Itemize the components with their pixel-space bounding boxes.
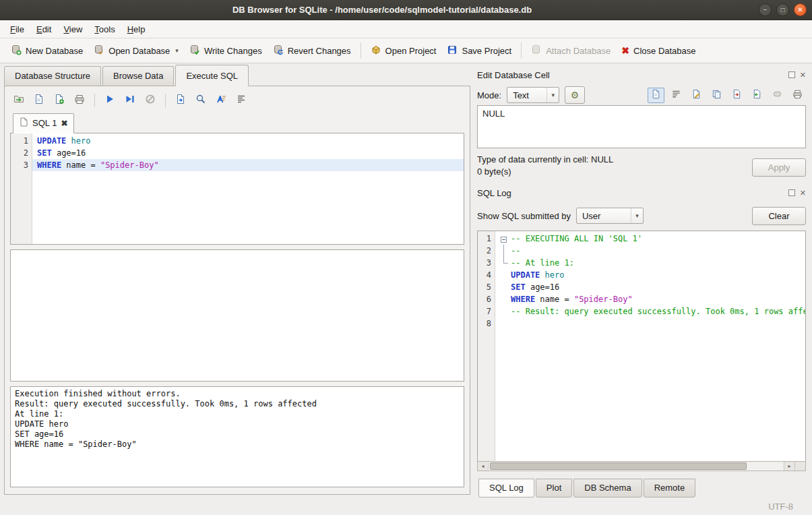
main-toolbar: New Database Open Database ▾ Write Chang… <box>0 38 812 63</box>
tab-database-structure[interactable]: Database Structure <box>4 66 101 86</box>
cell-settings-button[interactable]: ⚙ <box>565 86 585 104</box>
edit-cell-header: Edit Database Cell ✕ <box>477 68 806 82</box>
menu-tools[interactable]: Tools <box>88 22 121 37</box>
cell-editor[interactable]: NULL <box>477 105 806 148</box>
results-grid[interactable] <box>10 249 464 382</box>
text-mode-button[interactable] <box>648 88 664 103</box>
print-cell-button[interactable] <box>789 88 806 103</box>
close-button[interactable]: ✕ <box>794 3 807 16</box>
clear-log-button[interactable]: Clear <box>752 207 806 225</box>
export-icon <box>732 89 742 102</box>
export-sql-button[interactable] <box>172 92 189 109</box>
print-icon <box>792 89 803 102</box>
log-horizontal-scrollbar[interactable]: ◂ ▸ <box>477 461 806 471</box>
sql-editor-tab-label: SQL 1 <box>32 118 57 128</box>
export-cell-button[interactable] <box>728 88 745 103</box>
tab-plot[interactable]: Plot <box>536 479 572 497</box>
open-database-icon <box>94 44 104 57</box>
close-dock-icon[interactable]: ✕ <box>800 189 806 197</box>
mode-select-value: Text <box>507 90 546 100</box>
code-line: -- Result: query executed successfully. … <box>495 305 805 317</box>
dock-controls: ✕ <box>788 71 806 79</box>
find-button[interactable] <box>192 92 210 109</box>
line-number: 1 <box>11 135 28 147</box>
open-project-button[interactable]: Open Project <box>365 42 442 60</box>
format-sql-button[interactable] <box>232 92 250 109</box>
execute-all-icon <box>104 94 115 107</box>
maximize-button[interactable]: □ <box>776 3 789 16</box>
tab-execute-sql[interactable]: Execute SQL <box>175 65 249 86</box>
copy-cell-button[interactable] <box>708 88 725 103</box>
menu-edit[interactable]: Edit <box>30 22 57 37</box>
tab-sql-log[interactable]: SQL Log <box>478 479 534 497</box>
close-tab-icon[interactable]: ✖ <box>61 119 67 127</box>
sql-log-filter-row: Show SQL submitted by User ▾ Clear <box>477 206 806 226</box>
save-sql-as-button[interactable] <box>51 92 68 109</box>
open-database-button[interactable]: Open Database ▾ <box>88 42 184 60</box>
tab-db-schema[interactable]: DB Schema <box>573 479 642 497</box>
scrollbar-thumb[interactable] <box>490 462 747 470</box>
find-icon <box>195 94 206 107</box>
word-wrap-button[interactable] <box>668 88 685 103</box>
open-project-icon <box>371 44 381 57</box>
copy-icon <box>712 89 722 102</box>
sql-editor-tab[interactable]: SQL 1 ✖ <box>13 113 74 133</box>
execution-output[interactable]: Execution finished without errors. Resul… <box>10 386 464 487</box>
line-number: 2 <box>478 245 491 257</box>
execute-sql-panel: SQL 1 ✖ 123 UPDATE heroSET age=16WHERE n… <box>4 86 470 495</box>
menu-view[interactable]: View <box>57 22 88 37</box>
open-project-label: Open Project <box>385 46 437 56</box>
fold-marker-icon[interactable]: − <box>500 233 511 245</box>
title-bar: DB Browser for SQLite - /home/user/code/… <box>0 0 812 20</box>
line-number: 8 <box>478 317 491 330</box>
execute-current-line-button[interactable] <box>121 92 139 109</box>
float-dock-icon[interactable] <box>788 71 795 78</box>
close-database-button[interactable]: ✖ Close Database <box>616 43 701 59</box>
cell-info: Type of data currently in cell: NULL 0 b… <box>477 154 613 177</box>
scroll-left-icon[interactable]: ◂ <box>478 462 489 471</box>
document-icon <box>651 89 661 102</box>
print-icon <box>74 94 85 107</box>
menu-help[interactable]: Help <box>121 22 152 37</box>
import-cell-button[interactable] <box>749 88 766 103</box>
sql-log-view[interactable]: 12345678 −-- EXECUTING ALL IN 'SQL 1'---… <box>477 231 806 461</box>
tab-browse-data[interactable]: Browse Data <box>102 66 174 86</box>
open-in-editor-button[interactable] <box>688 88 705 103</box>
scroll-right-icon[interactable]: ▸ <box>784 462 794 471</box>
sql-toolbar <box>10 90 464 111</box>
line-number: 3 <box>478 257 491 269</box>
print-sql-button[interactable] <box>71 92 88 109</box>
mode-select[interactable]: Text ▾ <box>507 87 559 103</box>
menu-file[interactable]: File <box>4 22 30 37</box>
open-sql-file-button[interactable] <box>10 92 28 109</box>
save-project-button[interactable]: Save Project <box>441 42 517 60</box>
close-dock-icon[interactable]: ✕ <box>800 71 806 79</box>
float-dock-icon[interactable] <box>788 189 795 196</box>
fold-margin <box>500 317 511 330</box>
set-null-button[interactable] <box>769 88 786 103</box>
line-number: 7 <box>478 305 491 317</box>
attach-database-label: Attach Database <box>546 46 611 56</box>
line-number: 3 <box>11 159 28 171</box>
revert-changes-button[interactable]: Revert Changes <box>268 42 356 60</box>
minimize-button[interactable]: − <box>759 3 772 16</box>
new-database-button[interactable]: New Database <box>5 42 88 60</box>
sql-file-icon <box>20 117 28 129</box>
left-pane: Database Structure Browse Data Execute S… <box>0 63 474 497</box>
write-changes-button[interactable]: Write Changes <box>184 42 268 60</box>
autocomplete-button[interactable] <box>212 92 230 109</box>
toolbar-separator <box>94 94 95 107</box>
encoding-indicator[interactable]: UTF-8 <box>768 502 793 512</box>
write-changes-label: Write Changes <box>204 46 262 56</box>
scrollbar-track[interactable] <box>489 462 784 471</box>
line-number: 2 <box>11 147 28 159</box>
cell-info-row: Type of data currently in cell: NULL 0 b… <box>477 154 806 177</box>
sql-editor[interactable]: 123 UPDATE heroSET age=16WHERE name = "S… <box>10 133 464 245</box>
log-code-area[interactable]: −-- EXECUTING ALL IN 'SQL 1'---- At line… <box>495 231 805 461</box>
save-sql-file-button[interactable] <box>30 92 48 109</box>
open-database-dropdown-icon[interactable]: ▾ <box>175 47 179 54</box>
sql-log-filter-select[interactable]: User ▾ <box>576 208 644 224</box>
execute-all-button[interactable] <box>101 92 119 109</box>
editor-code-area[interactable]: UPDATE heroSET age=16WHERE name = "Spide… <box>32 133 464 244</box>
tab-remote[interactable]: Remote <box>644 479 696 497</box>
